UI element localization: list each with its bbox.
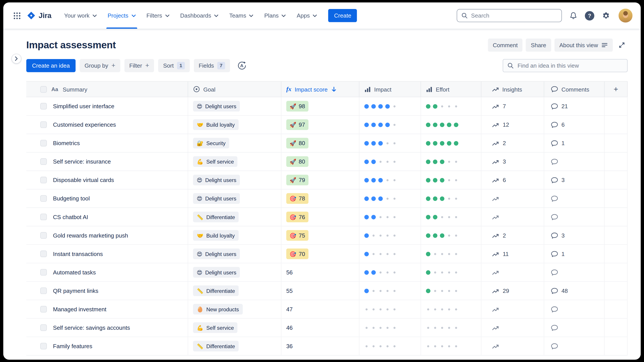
impact-rating[interactable] — [360, 337, 421, 355]
impact-score-badge[interactable]: 47 — [286, 304, 293, 315]
table-row[interactable]: Family features 📏 Differentiate 36 — [26, 337, 628, 356]
impact-score-badge[interactable]: 🚀 97 — [286, 119, 308, 130]
insights-cell[interactable]: 12 — [481, 116, 544, 134]
goal-chip[interactable]: 😍 Delight users — [193, 193, 240, 204]
effort-rating[interactable] — [421, 97, 482, 115]
comments-cell[interactable]: 6 — [544, 116, 605, 134]
effort-rating[interactable] — [421, 116, 482, 134]
impact-score-badge[interactable]: 55 — [286, 285, 293, 296]
idea-summary[interactable]: Biometrics — [53, 140, 80, 147]
comments-cell[interactable] — [544, 153, 605, 171]
goal-chip[interactable]: 😍 Delight users — [193, 267, 240, 278]
comments-cell[interactable]: 21 — [544, 97, 605, 115]
goal-chip[interactable]: 🤝 Build loyalty — [193, 119, 238, 130]
insights-cell[interactable] — [481, 263, 544, 281]
column-header-impact[interactable]: Impact — [360, 82, 421, 97]
global-search-input[interactable] — [471, 12, 557, 19]
table-row[interactable]: QR payment links 📏 Differentiate 55 29 — [26, 282, 628, 300]
impact-score-badge[interactable]: 🎯 75 — [286, 230, 308, 241]
effort-rating[interactable] — [421, 189, 482, 207]
fullscreen-icon[interactable] — [616, 39, 628, 51]
insights-cell[interactable] — [481, 189, 544, 207]
comments-cell[interactable] — [544, 263, 605, 281]
idea-summary[interactable]: CS chatbot AI — [53, 214, 88, 220]
global-search[interactable] — [457, 9, 562, 22]
nav-item-teams[interactable]: Teams — [224, 2, 259, 29]
comments-cell[interactable] — [544, 208, 605, 226]
row-checkbox[interactable] — [40, 140, 47, 147]
row-checkbox[interactable] — [40, 343, 47, 350]
notifications-icon[interactable] — [568, 10, 579, 21]
row-checkbox[interactable] — [40, 306, 47, 313]
goal-chip[interactable]: 😍 Delight users — [193, 248, 240, 259]
impact-score-badge[interactable]: 46 — [286, 322, 293, 333]
group-by-button[interactable]: Group by+ — [80, 59, 120, 72]
table-row[interactable]: Managed investment 🥚 New products 47 — [26, 300, 628, 319]
goal-chip[interactable]: 📏 Differentiate — [193, 341, 239, 352]
help-icon[interactable]: ? — [585, 11, 594, 20]
insights-cell[interactable]: 7 — [481, 97, 544, 115]
goal-chip[interactable]: 📏 Differentiate — [193, 212, 239, 222]
column-header-impact-score[interactable]: fx Impact score — [282, 82, 360, 97]
impact-score-badge[interactable]: 36 — [286, 341, 293, 352]
add-column-button[interactable]: + — [605, 82, 628, 97]
table-row[interactable]: Instant transactions 😍 Delight users 🎯 7… — [26, 245, 628, 263]
effort-rating[interactable] — [421, 245, 482, 263]
impact-rating[interactable] — [360, 319, 421, 337]
impact-rating[interactable] — [360, 263, 421, 281]
effort-rating[interactable] — [421, 226, 482, 244]
nav-item-plans[interactable]: Plans — [259, 2, 292, 29]
insights-cell[interactable] — [481, 337, 544, 355]
comments-cell[interactable]: 3 — [544, 226, 605, 244]
idea-summary[interactable]: Budgeting tool — [53, 195, 90, 202]
create-button[interactable]: Create — [328, 9, 357, 22]
table-row[interactable]: Budgeting tool 😍 Delight users 🎯 78 — [26, 189, 628, 208]
goal-chip[interactable]: 📏 Differentiate — [193, 285, 239, 296]
table-row[interactable]: Automated tasks 😍 Delight users 56 — [26, 263, 628, 282]
row-checkbox[interactable] — [40, 177, 47, 183]
idea-summary[interactable]: QR payment links — [53, 287, 98, 294]
nav-item-dashboards[interactable]: Dashboards — [175, 2, 224, 29]
avatar[interactable] — [618, 8, 632, 23]
impact-rating[interactable] — [360, 189, 421, 207]
insights-cell[interactable] — [481, 208, 544, 226]
effort-rating[interactable] — [421, 208, 482, 226]
effort-rating[interactable] — [421, 337, 482, 355]
impact-rating[interactable] — [360, 208, 421, 226]
comments-cell[interactable] — [544, 319, 605, 337]
column-header-comments[interactable]: Comments — [544, 82, 605, 97]
table-row[interactable]: Gold rewards marketing push 🤝 Build loya… — [26, 226, 628, 245]
impact-score-badge[interactable]: 🚀 80 — [286, 138, 308, 149]
insights-cell[interactable]: 29 — [481, 282, 544, 300]
impact-score-badge[interactable]: 🎯 76 — [286, 212, 308, 222]
effort-rating[interactable] — [421, 153, 482, 171]
translate-icon[interactable]: A — [236, 60, 247, 71]
impact-score-badge[interactable]: 56 — [286, 267, 293, 278]
goal-chip[interactable]: 😍 Delight users — [193, 175, 240, 185]
idea-summary[interactable]: Self service: insurance — [53, 158, 111, 165]
idea-summary[interactable]: Managed investment — [53, 306, 106, 313]
comments-cell[interactable] — [544, 300, 605, 318]
impact-rating[interactable] — [360, 171, 421, 189]
row-checkbox[interactable] — [40, 250, 47, 257]
goal-chip[interactable]: 😍 Delight users — [193, 101, 240, 112]
goal-chip[interactable]: 🤝 Build loyalty — [193, 230, 238, 241]
expand-sidebar-button[interactable] — [12, 54, 21, 64]
table-row[interactable]: Biometrics 🔐 Security 🚀 80 2 1 — [26, 134, 628, 153]
goal-chip[interactable]: 🥚 New products — [193, 304, 243, 315]
find-idea-input[interactable] — [518, 62, 623, 69]
column-header-goal[interactable]: Goal — [188, 82, 282, 97]
comments-cell[interactable] — [544, 337, 605, 355]
insights-cell[interactable]: 2 — [481, 226, 544, 244]
about-this-view-button[interactable]: About this view — [554, 39, 613, 52]
insights-cell[interactable]: 2 — [481, 134, 544, 152]
table-row[interactable]: CS chatbot AI 📏 Differentiate 🎯 76 — [26, 208, 628, 226]
table-row[interactable]: Simplified user interface 😍 Delight user… — [26, 97, 628, 116]
impact-rating[interactable] — [360, 134, 421, 152]
column-header-effort[interactable]: Effort — [421, 82, 482, 97]
row-checkbox[interactable] — [40, 269, 47, 276]
row-checkbox[interactable] — [40, 232, 47, 239]
impact-rating[interactable] — [360, 300, 421, 318]
idea-summary[interactable]: Self service: savings accounts — [53, 325, 130, 331]
impact-rating[interactable] — [360, 245, 421, 263]
